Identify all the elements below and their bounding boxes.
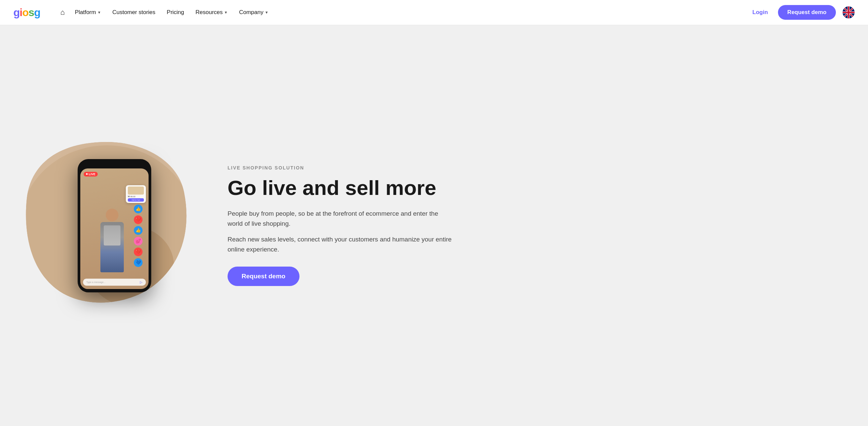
heart-reaction: ❤️	[134, 215, 143, 224]
blob-container: LIVE ₩ 89.00 Add to Cart	[13, 132, 201, 319]
nav-home[interactable]: ⌂	[57, 5, 68, 20]
company-chevron-icon: ▼	[265, 10, 268, 15]
thumbs-up-reaction: 👍	[134, 205, 143, 213]
message-bar: Type a message... ▷	[83, 279, 146, 286]
live-dot-icon	[86, 173, 88, 175]
logo[interactable]: giosg	[13, 6, 40, 19]
nav-links: ⌂ Platform ▼ Customer stories Pricing Re…	[57, 5, 749, 20]
hero-image: LIVE ₩ 89.00 Add to Cart	[13, 132, 208, 319]
hero-section: LIVE ₩ 89.00 Add to Cart	[0, 25, 868, 426]
nav-pricing[interactable]: Pricing	[162, 6, 189, 19]
nav-platform[interactable]: Platform ▼	[70, 6, 106, 19]
description-2: Reach new sales levels, connect with you…	[227, 234, 455, 255]
phone-screen: LIVE ₩ 89.00 Add to Cart	[80, 168, 149, 289]
login-button[interactable]: Login	[749, 6, 771, 19]
send-icon: ▷	[140, 280, 143, 284]
headline: Go live and sell more	[227, 176, 455, 199]
live-badge: LIVE	[84, 172, 98, 176]
phone-outer: LIVE ₩ 89.00 Add to Cart	[78, 159, 151, 292]
reactions-container: 👍 ❤️ 👍 💕 ❤️ 💙	[134, 205, 143, 267]
hero-cta-button[interactable]: Request demo	[227, 266, 300, 286]
phone-mockup: LIVE ₩ 89.00 Add to Cart	[78, 159, 151, 292]
nav-right: Login Request demo	[749, 5, 855, 20]
nav-customer-stories[interactable]: Customer stories	[108, 6, 160, 19]
language-selector[interactable]	[843, 6, 855, 19]
product-card: ₩ 89.00 Add to Cart	[126, 185, 146, 203]
fire-reaction: ❤️	[134, 248, 143, 256]
navbar: giosg ⌂ Platform ▼ Customer stories Pric…	[0, 0, 868, 25]
add-to-cart-label: Add to Cart	[128, 198, 144, 202]
nav-resources[interactable]: Resources ▼	[191, 6, 232, 19]
nav-request-demo-button[interactable]: Request demo	[778, 5, 836, 20]
clap-reaction: 💙	[134, 258, 143, 267]
eyebrow-text: LIVE SHOPPING SOLUTION	[227, 165, 455, 170]
description-1: People buy from people, so be at the for…	[227, 209, 455, 229]
svg-rect-7	[848, 6, 849, 19]
resources-chevron-icon: ▼	[224, 10, 228, 15]
love-reaction: 💕	[134, 237, 143, 246]
platform-chevron-icon: ▼	[97, 10, 101, 15]
like-reaction: 👍	[134, 226, 143, 235]
hero-text: LIVE SHOPPING SOLUTION Go live and sell …	[227, 165, 455, 286]
nav-company[interactable]: Company ▼	[234, 6, 273, 19]
home-icon: ⌂	[60, 8, 65, 17]
phone-notch	[104, 163, 124, 167]
